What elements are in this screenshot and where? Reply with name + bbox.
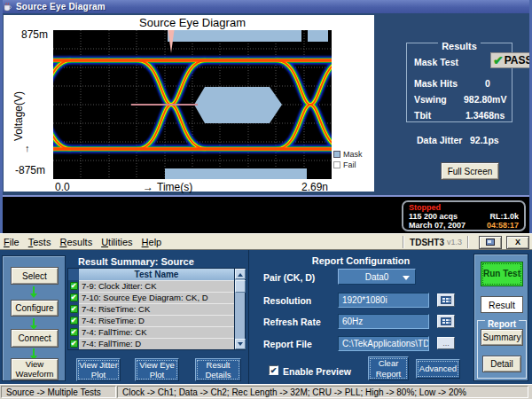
resolution-keypad-button[interactable] — [437, 293, 455, 307]
app-version: v1.3 — [447, 238, 462, 246]
y-axis-label: Voltage(V) — [12, 91, 25, 141]
mask-hits-label: Mask Hits — [414, 78, 458, 89]
configure-button[interactable]: Configure — [11, 300, 59, 317]
enable-preview-checkbox[interactable]: ✔ — [269, 365, 278, 375]
checkbox-check-icon: ✔ — [70, 340, 78, 348]
report-file-label: Report File — [263, 339, 312, 349]
scroll-down-icon — [238, 342, 243, 348]
report-group-label: Report — [485, 319, 519, 329]
mask-top-bar — [168, 30, 301, 42]
separator — [467, 236, 469, 248]
report-configuration-section: Report Configuration Pair (CK, D) Data0 … — [248, 250, 473, 384]
menu-file[interactable]: File — [4, 237, 20, 247]
mask-test-pass-badge: ✔ PASS — [490, 52, 532, 68]
acquisition-strip: Stopped 115 200 acqs RL:1.0k March 07, 2… — [0, 195, 532, 233]
report-configuration-title: Report Configuration — [249, 255, 473, 266]
pair-value: Data0 — [365, 272, 389, 282]
test-checkbox[interactable]: ✔ — [68, 280, 79, 292]
test-name-cell[interactable]: 7-10: Source Eye Diagram: CK, D — [79, 292, 234, 303]
result-details-button[interactable]: Result Details — [195, 358, 241, 381]
checkbox-check-icon: ✔ — [70, 317, 78, 325]
close-button[interactable]: X — [506, 236, 529, 249]
test-checkbox[interactable]: ✔ — [68, 338, 79, 349]
test-checkbox[interactable]: ✔ — [68, 315, 79, 326]
table-row[interactable]: ✔ 7-4: RiseTime: CK — [68, 303, 234, 315]
report-file-field[interactable]: C:\TekApplications\TDSHT — [338, 336, 429, 351]
test-name-cell[interactable]: 7-4: RiseTime: D — [79, 315, 234, 326]
y-axis-arrow-icon: ↑ — [25, 143, 30, 153]
mask-center-hexagon — [194, 87, 282, 123]
advanced-button[interactable]: Advanced — [416, 359, 460, 379]
data-jitter-label: Data Jitter — [417, 135, 462, 145]
test-name-cell[interactable]: 7-4: FallTime: CK — [79, 326, 234, 338]
vswing-value: 982.80mV — [464, 94, 506, 105]
view-jitter-plot-button[interactable]: View Jitter Plot — [76, 358, 121, 381]
scroll-up-button[interactable] — [235, 269, 246, 279]
menu-utilities[interactable]: Utilities — [101, 237, 132, 247]
connect-button[interactable]: Connect — [11, 329, 59, 348]
table-scrollbar[interactable] — [234, 269, 245, 349]
checkbox-column-header — [68, 269, 79, 280]
tbit-label: Tbit — [414, 110, 431, 121]
vswing-label: Vswing — [414, 94, 447, 105]
resolution-field[interactable]: 1920*1080i — [338, 293, 429, 308]
detail-button[interactable]: Detail — [482, 356, 521, 372]
results-group-box: Results Mask Test ✔ PASS Mask Hits 0 Vsw… — [406, 43, 512, 122]
refresh-rate-keypad-button[interactable] — [437, 315, 455, 328]
table-row[interactable]: ✔ 7-4: FallTime: D — [68, 338, 234, 349]
browse-button[interactable]: ... — [437, 337, 455, 349]
table-row[interactable]: ✔ 7-10: Source Eye Diagram: CK, D — [68, 292, 234, 303]
control-panel: Select Configure Connect View Waveform R… — [0, 250, 532, 384]
test-name-cell[interactable]: 7-4: FallTime: D — [79, 338, 234, 349]
menu-tests[interactable]: Tests — [28, 237, 51, 247]
plot-title: Source Eye Diagram — [53, 16, 332, 29]
summary-button[interactable]: Summary — [481, 329, 523, 346]
table-row[interactable]: ✔ 7-9: Clock Jitter: CK — [68, 280, 234, 292]
view-eye-plot-button[interactable]: View Eye Plot — [135, 358, 179, 381]
plot-region: Source Eye Diagram 875m Voltage(V) ↑ -87… — [0, 13, 532, 195]
full-screen-button[interactable]: Full Screen — [441, 162, 499, 180]
chevron-down-icon — [403, 276, 410, 284]
table-main: Test Name ✔ 7-9: Clock Jitter: CK ✔ 7-10… — [68, 269, 234, 349]
enable-preview-label: Enable Preview — [283, 366, 351, 377]
acq-time: 04:58:17 — [487, 221, 519, 230]
menu-results[interactable]: Results — [59, 237, 92, 247]
plot-window-titlebar[interactable]: Source Eye Diagram — [0, 0, 532, 13]
hide-app-button[interactable] — [479, 236, 502, 249]
status-source: Source -> Multiple Tests — [1, 386, 116, 398]
refresh-rate-field[interactable]: 60Hz — [338, 314, 429, 329]
scroll-down-button[interactable] — [235, 339, 246, 349]
scroll-thumb[interactable] — [235, 280, 246, 293]
table-row[interactable]: ✔ 7-4: RiseTime: D — [68, 315, 234, 326]
test-checkbox[interactable]: ✔ — [68, 303, 79, 315]
plot-legend: Mask Fail — [333, 149, 363, 170]
eye-diagram-canvas — [53, 30, 332, 179]
nav-panel: Select Configure Connect View Waveform — [2, 255, 66, 381]
keypad-icon — [441, 296, 451, 304]
checkbox-check-icon: ✔ — [70, 282, 78, 290]
view-waveform-button[interactable]: View Waveform — [11, 358, 59, 380]
menu-bar: File Tests Results Utilities Help TDSHT3… — [0, 233, 532, 250]
result-button[interactable]: Result — [481, 296, 523, 313]
mask-top-corner — [308, 30, 328, 42]
select-button[interactable]: Select — [11, 267, 59, 285]
status-config: Clock -> Ch1; Data -> Ch2; Rec Length ->… — [117, 386, 528, 398]
table-row[interactable]: ✔ 7-4: FallTime: CK — [68, 326, 234, 338]
test-checkbox[interactable]: ✔ — [68, 292, 79, 303]
clear-report-button[interactable]: Clear Report — [368, 356, 409, 380]
mask-test-value: PASS — [505, 54, 532, 66]
keypad-icon — [441, 317, 451, 325]
pair-label: Pair (CK, D) — [263, 272, 315, 283]
test-checkbox[interactable]: ✔ — [68, 326, 79, 338]
test-name-cell[interactable]: 7-4: RiseTime: CK — [79, 303, 234, 315]
record-length: RL:1.0k — [489, 212, 519, 221]
eye-diagram-svg — [53, 30, 332, 179]
plot-window-title: Source Eye Diagram — [16, 2, 106, 12]
run-test-button[interactable]: Run Test — [481, 262, 523, 286]
acq-date: March 07, 2007 — [409, 221, 466, 230]
pair-dropdown[interactable]: Data0 — [338, 269, 416, 285]
mask-legend-label: Mask — [343, 150, 363, 159]
menu-help[interactable]: Help — [142, 237, 162, 247]
test-name-cell[interactable]: 7-9: Clock Jitter: CK — [79, 280, 234, 292]
window-frame-left — [0, 0, 3, 233]
